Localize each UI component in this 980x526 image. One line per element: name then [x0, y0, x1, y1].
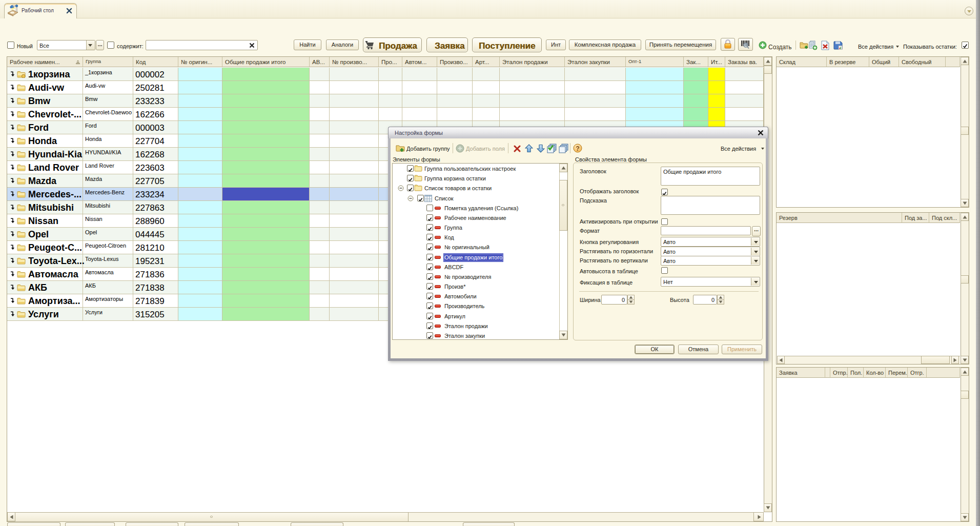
svg-text:?: ? [576, 145, 579, 152]
